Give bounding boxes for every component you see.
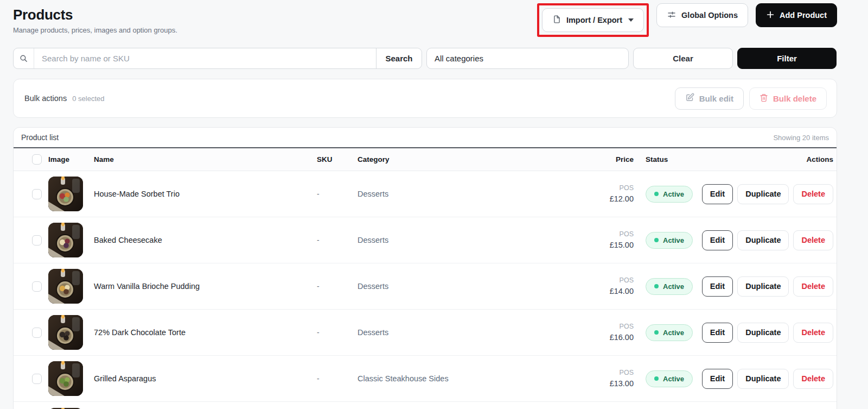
product-image-cell xyxy=(48,269,94,304)
delete-button[interactable]: Delete xyxy=(793,230,833,250)
product-category[interactable]: Desserts xyxy=(358,236,573,244)
search-input[interactable] xyxy=(34,48,376,68)
bulk-delete-label: Bulk delete xyxy=(773,94,816,103)
bulk-selected-count: 0 selected xyxy=(72,95,104,103)
product-list-header: Product list Showing 20 items xyxy=(14,128,837,148)
edit-button[interactable]: Edit xyxy=(702,276,733,297)
product-name: 72% Dark Chocolate Torte xyxy=(94,328,317,337)
product-sku: - xyxy=(317,374,358,383)
row-checkbox[interactable] xyxy=(32,235,42,246)
header-actions: Import / Export Global Options Add Produ… xyxy=(537,3,837,37)
delete-button[interactable]: Delete xyxy=(793,276,833,297)
search-icon[interactable] xyxy=(14,48,34,68)
row-checkbox-cell xyxy=(14,374,48,384)
product-image xyxy=(48,177,83,211)
bulk-edit-button[interactable]: Bulk edit xyxy=(675,87,744,110)
row-checkbox[interactable] xyxy=(32,281,42,292)
table-header-row: Image Name SKU Category Price Status Act… xyxy=(14,148,837,171)
product-image xyxy=(48,315,83,350)
status-label: Active xyxy=(663,190,684,198)
duplicate-button[interactable]: Duplicate xyxy=(737,323,789,343)
edit-square-icon xyxy=(685,93,694,104)
bulk-actions-card: Bulk actions 0 selected Bulk edit Bulk d… xyxy=(13,79,837,118)
bulk-actions-buttons: Bulk edit Bulk delete xyxy=(675,87,827,110)
search-button[interactable]: Search xyxy=(376,48,422,68)
price-channel-label: POS xyxy=(573,368,634,377)
edit-button[interactable]: Edit xyxy=(702,184,733,204)
import-export-button[interactable]: Import / Export xyxy=(542,8,644,32)
product-sku: - xyxy=(317,190,358,198)
column-header-image: Image xyxy=(48,155,94,163)
table-row: Grilled Asparagus - Classic Steakhouse S… xyxy=(14,356,837,402)
product-price-cell: POS £14.00 xyxy=(573,275,636,297)
row-checkbox[interactable] xyxy=(32,374,42,384)
product-name: Warm Vanilla Brioche Pudding xyxy=(94,282,317,291)
chevron-down-icon xyxy=(628,18,634,22)
product-category[interactable]: Desserts xyxy=(358,328,573,337)
duplicate-button[interactable]: Duplicate xyxy=(737,230,789,250)
delete-button[interactable]: Delete xyxy=(793,323,833,343)
row-checkbox[interactable] xyxy=(32,189,42,199)
row-checkbox-cell xyxy=(14,189,48,199)
bulk-delete-button[interactable]: Bulk delete xyxy=(749,87,827,110)
price-value: £12.00 xyxy=(573,193,634,205)
row-actions: Edit Duplicate Delete xyxy=(724,323,837,343)
status-badge: Active xyxy=(646,232,693,249)
edit-button[interactable]: Edit xyxy=(702,369,733,389)
global-options-label: Global Options xyxy=(681,11,738,20)
add-product-label: Add Product xyxy=(780,11,827,20)
column-header-category: Category xyxy=(358,155,573,163)
clear-button[interactable]: Clear xyxy=(633,48,733,69)
status-dot-icon xyxy=(654,284,659,288)
edit-button[interactable]: Edit xyxy=(702,230,733,250)
items-count-summary: Showing 20 items xyxy=(773,134,829,142)
select-all-checkbox[interactable] xyxy=(32,154,42,165)
status-label: Active xyxy=(663,329,684,337)
price-value: £15.00 xyxy=(573,240,634,251)
bulk-edit-label: Bulk edit xyxy=(699,94,733,103)
row-checkbox-cell xyxy=(14,235,48,246)
price-channel-label: POS xyxy=(573,229,634,239)
product-price-cell: POS £15.00 xyxy=(573,229,636,250)
page-header: Products Manage products, prices, images… xyxy=(13,0,837,37)
add-product-button[interactable]: Add Product xyxy=(756,3,837,27)
product-category[interactable]: Classic Steakhouse Sides xyxy=(358,374,573,383)
category-select[interactable]: All categories xyxy=(426,48,629,69)
row-actions: Edit Duplicate Delete xyxy=(724,276,837,297)
status-label: Active xyxy=(663,236,684,244)
duplicate-button[interactable]: Duplicate xyxy=(737,369,789,389)
page-title: Products xyxy=(13,7,177,23)
table-row: Baked Cheesecake - Desserts POS £15.00 A… xyxy=(14,217,837,263)
table-row: 72% Dark Chocolate Torte - Desserts POS … xyxy=(14,310,837,356)
page-subtitle: Manage products, prices, images and opti… xyxy=(13,26,177,34)
header-checkbox-cell xyxy=(14,154,48,165)
product-sku: - xyxy=(317,236,358,244)
column-header-status: Status xyxy=(636,155,724,163)
red-highlight-annotation: Import / Export xyxy=(537,3,649,37)
global-options-button[interactable]: Global Options xyxy=(656,3,748,27)
price-value: £13.00 xyxy=(573,378,634,389)
edit-button[interactable]: Edit xyxy=(702,323,733,343)
price-channel-label: POS xyxy=(573,183,634,193)
duplicate-button[interactable]: Duplicate xyxy=(737,184,789,204)
search-group: Search xyxy=(13,48,422,69)
product-name: Baked Cheesecake xyxy=(94,236,317,244)
table-row xyxy=(14,402,837,409)
price-value: £16.00 xyxy=(573,332,634,343)
product-sku: - xyxy=(317,328,358,337)
product-image-cell xyxy=(48,315,94,350)
product-category[interactable]: Desserts xyxy=(358,282,573,291)
status-dot-icon xyxy=(654,238,659,242)
duplicate-button[interactable]: Duplicate xyxy=(737,276,789,297)
filter-button[interactable]: Filter xyxy=(737,48,837,69)
import-export-label: Import / Export xyxy=(566,16,622,24)
product-category[interactable]: Desserts xyxy=(358,190,573,198)
delete-button[interactable]: Delete xyxy=(793,369,833,389)
row-checkbox-cell xyxy=(14,328,48,338)
status-badge: Active xyxy=(646,370,693,387)
page-container: Products Manage products, prices, images… xyxy=(13,0,837,409)
row-checkbox[interactable] xyxy=(32,328,42,338)
product-price-cell: POS £16.00 xyxy=(573,322,636,343)
product-list-card: Product list Showing 20 items Image Name… xyxy=(13,127,837,409)
delete-button[interactable]: Delete xyxy=(793,184,833,204)
